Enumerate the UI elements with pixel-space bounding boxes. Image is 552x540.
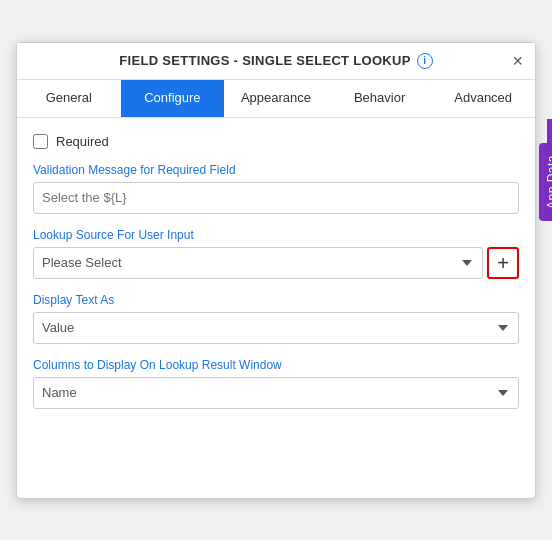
validation-input[interactable] (33, 182, 519, 214)
modal-body: Required Validation Message for Required… (17, 118, 535, 498)
lookup-source-select[interactable]: Please Select (33, 247, 483, 279)
display-text-label: Display Text As (33, 293, 519, 307)
add-lookup-button[interactable]: + (487, 247, 519, 279)
columns-row: Name (33, 377, 519, 409)
modal-container: FIELD SETTINGS - SINGLE SELECT LOOKUP i … (16, 42, 536, 499)
display-text-row: Value (33, 312, 519, 344)
modal-title: FIELD SETTINGS - SINGLE SELECT LOOKUP (119, 53, 410, 68)
columns-select[interactable]: Name (33, 377, 519, 409)
tabs-container: General Configure Appearance Behavior Ad… (17, 80, 535, 118)
required-checkbox[interactable] (33, 134, 48, 149)
app-data-chevron[interactable]: ❯ (547, 119, 552, 143)
lookup-source-label: Lookup Source For User Input (33, 228, 519, 242)
tab-configure[interactable]: Configure (121, 80, 225, 117)
validation-label: Validation Message for Required Field (33, 163, 519, 177)
tab-behavior[interactable]: Behavior (328, 80, 432, 117)
modal-header: FIELD SETTINGS - SINGLE SELECT LOOKUP i … (17, 43, 535, 80)
tab-advanced[interactable]: Advanced (431, 80, 535, 117)
info-icon[interactable]: i (417, 53, 433, 69)
required-label[interactable]: Required (56, 134, 109, 149)
required-row: Required (33, 134, 519, 149)
tab-appearance[interactable]: Appearance (224, 80, 328, 117)
display-text-select[interactable]: Value (33, 312, 519, 344)
columns-label: Columns to Display On Lookup Result Wind… (33, 358, 519, 372)
lookup-source-row: Please Select + (33, 247, 519, 279)
tab-general[interactable]: General (17, 80, 121, 117)
app-data-tab[interactable]: App Data (539, 143, 552, 221)
close-button[interactable]: × (512, 52, 523, 70)
